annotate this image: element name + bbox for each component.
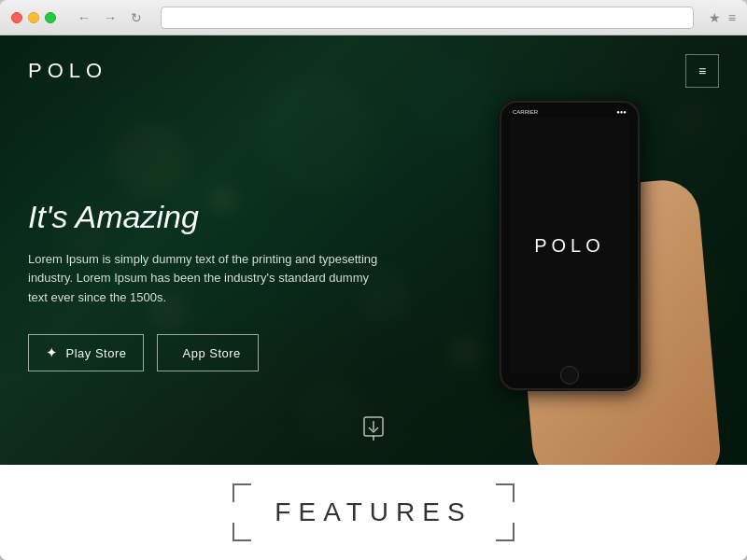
url-input[interactable]: [169, 11, 685, 24]
browser-actions: ★ ≡: [709, 10, 736, 25]
corner-bracket-tr: [496, 483, 514, 502]
hero-section: POLO ≡ It's Amazing Lorem Ipsum is simpl…: [0, 35, 747, 465]
app-store-label: App Store: [182, 346, 240, 360]
features-title-wrapper: FEATURES: [256, 488, 490, 537]
website-content: POLO ≡ It's Amazing Lorem Ipsum is simpl…: [0, 35, 747, 560]
phone-device: CARRIER ●●● POLO: [500, 101, 640, 390]
back-button[interactable]: ←: [75, 8, 93, 27]
close-button[interactable]: [11, 12, 22, 23]
bookmark-icon[interactable]: ★: [709, 10, 721, 25]
android-icon: ✦: [46, 344, 59, 361]
hero-content: It's Amazing Lorem Ipsum is simply dummy…: [28, 199, 383, 371]
phone-screen: POLO: [509, 118, 630, 373]
signal-text: ●●●: [616, 109, 627, 115]
hamburger-menu-button[interactable]: ≡: [685, 54, 719, 88]
maximize-button[interactable]: [45, 12, 56, 23]
corner-bracket-br: [496, 523, 514, 541]
site-logo: POLO: [28, 59, 107, 83]
traffic-lights: [11, 12, 56, 23]
hero-title: It's Amazing: [28, 199, 383, 235]
corner-bracket-bl: [233, 523, 251, 541]
features-title: FEATURES: [256, 488, 490, 537]
browser-menu-icon[interactable]: ≡: [728, 10, 736, 25]
carrier-text: CARRIER: [513, 109, 538, 115]
refresh-button[interactable]: ↻: [127, 8, 146, 27]
corner-bracket-tl: [233, 483, 251, 502]
browser-window: ← → ↻ ★ ≡: [0, 0, 747, 560]
app-store-button[interactable]: App Store: [157, 334, 258, 371]
browser-navigation: ← → ↻: [75, 8, 146, 27]
hero-description: Lorem Ipsum is simply dummy text of the …: [28, 250, 383, 308]
features-section: FEATURES: [0, 465, 747, 560]
phone-hand: CARRIER ●●● POLO: [486, 91, 691, 465]
browser-titlebar: ← → ↻ ★ ≡: [0, 0, 747, 35]
scroll-down-indicator[interactable]: [363, 416, 384, 446]
phone-screen-logo: POLO: [534, 235, 605, 257]
forward-button[interactable]: →: [101, 8, 120, 27]
play-store-button[interactable]: ✦ Play Store: [28, 334, 144, 371]
play-store-label: Play Store: [66, 346, 127, 360]
phone-mockup: CARRIER ●●● POLO: [486, 91, 691, 465]
address-bar[interactable]: [161, 7, 694, 29]
phone-status-bar: CARRIER ●●●: [501, 106, 638, 118]
minimize-button[interactable]: [28, 12, 39, 23]
hero-buttons: ✦ Play Store App Store: [28, 334, 383, 371]
phone-home-button: [560, 366, 579, 385]
